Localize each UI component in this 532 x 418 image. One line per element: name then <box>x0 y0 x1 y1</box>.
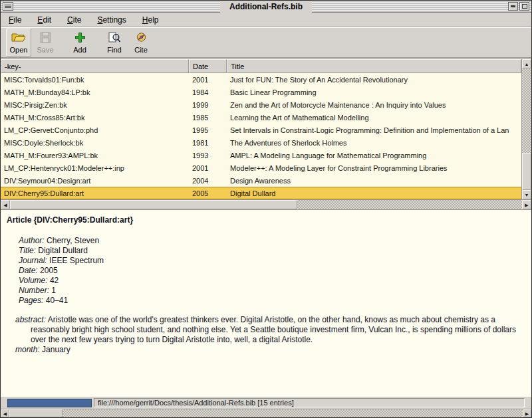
field-pages: Pages: 40–41 <box>1 296 531 306</box>
field-label: Date: <box>19 266 38 275</box>
scroll-left-button[interactable]: ◀ <box>1 200 10 209</box>
bottom-scrollbar-trough[interactable] <box>63 409 523 417</box>
vertical-scrollbar-trough[interactable] <box>522 68 531 190</box>
window-title: Additional-Refs.bib <box>220 1 312 13</box>
field-label: Journal: <box>19 256 47 265</box>
add-button[interactable]: Add <box>67 29 92 56</box>
table-header: -key- Date Title <box>1 59 521 73</box>
save-button[interactable]: Save <box>33 29 58 56</box>
key-cell: DIV:Seymour04:Design:art <box>1 177 189 185</box>
field-value: 42 <box>50 276 59 285</box>
down-arrow-icon: ▼ <box>525 193 529 197</box>
window-menu-icon[interactable] <box>3 2 13 11</box>
key-cell: LM_CP:Gervet:Conjunto:phd <box>1 126 189 134</box>
date-cell: 1985 <box>189 114 227 122</box>
cite-stamp-icon <box>135 32 148 45</box>
scroll-up-button[interactable]: ▲ <box>522 59 531 68</box>
date-cell: 1984 <box>189 88 227 96</box>
minimize-button[interactable] <box>508 2 518 11</box>
menu-cite[interactable]: Cite <box>67 15 81 25</box>
table-row[interactable]: MATH_M:Cross85:Art:bk 1985 Learning the … <box>1 111 521 124</box>
field-label: abstract: <box>15 315 46 324</box>
menu-edit[interactable]: Edit <box>37 15 51 25</box>
key-cell: MATH_M:Fourer93:AMPL:bk <box>1 152 189 159</box>
find-button[interactable]: Find <box>102 29 127 56</box>
table-row[interactable]: MISC:Torvalds01:Fun:bk 2001 Just for FUN… <box>1 73 521 86</box>
title-cell: Just for FUN: The Story of An Accidental… <box>227 76 521 84</box>
table-row-selected[interactable]: DIV:Cherry95:Dullard:art 2005 Digital Du… <box>1 187 521 199</box>
key-cell: MISC:Torvalds01:Fun:bk <box>1 76 189 84</box>
menu-help[interactable]: Help <box>142 15 159 25</box>
maximize-button[interactable] <box>519 2 529 11</box>
key-cell: DIV:Cherry95:Dullard:art <box>1 189 189 197</box>
table-row[interactable]: LM_CP:Gervet:Conjunto:phd 1995 Set Inter… <box>1 124 521 136</box>
date-cell: 2004 <box>189 177 227 185</box>
field-number: Number: 1 <box>1 286 531 296</box>
scroll-down-button[interactable]: ▼ <box>522 190 531 199</box>
statusbar: file:///home/gerrit/Docs/thesis/Addition… <box>1 397 531 409</box>
table-row[interactable]: DIV:Seymour04:Design:art 2004 Design Awa… <box>1 174 521 187</box>
scroll-left-button[interactable]: ◀ <box>1 409 9 417</box>
column-header-date[interactable]: Date <box>189 59 227 73</box>
column-header-title[interactable]: Title <box>227 59 521 73</box>
entry-heading: Article {DIV:Cherry95:Dullard:art} <box>1 215 531 225</box>
menu-settings[interactable]: Settings <box>97 15 126 25</box>
key-cell: MISC:Pirsig:Zen:bk <box>1 101 189 109</box>
maximize-icon <box>522 4 527 9</box>
title-cell: Digital Dullard <box>227 189 521 197</box>
title-cell: Basic Linear Programming <box>227 88 521 96</box>
field-month: month: January <box>1 345 531 355</box>
key-cell: LM_CP:Hentenryck01:Modeler++:inp <box>1 164 189 172</box>
table-row[interactable]: MISC:Doyle:Sherlock:bk 1981 The Adventur… <box>1 136 521 149</box>
table-body: MISC:Torvalds01:Fun:bk 2001 Just for FUN… <box>1 73 521 199</box>
scroll-right-button[interactable]: ▶ <box>523 409 531 417</box>
horizontal-scrollbar-trough[interactable] <box>297 200 522 209</box>
field-label: Number: <box>19 286 49 295</box>
table-row[interactable]: MATH_M:Fourer93:AMPL:bk 1993 AMPL: A Mod… <box>1 149 521 161</box>
field-value: 1 <box>51 286 56 295</box>
titlebar[interactable]: Additional-Refs.bib <box>1 1 531 13</box>
vertical-scrollbar[interactable]: ▲ ▼ <box>521 59 531 199</box>
key-cell: MISC:Doyle:Sherlock:bk <box>1 139 189 147</box>
progress-indicator <box>7 399 92 407</box>
table-row[interactable]: LM_CP:Hentenryck01:Modeler++:inp 2001 Mo… <box>1 161 521 174</box>
field-label: Volume: <box>19 276 48 285</box>
horizontal-scrollbar-thumb[interactable] <box>10 200 297 209</box>
field-value: 2005 <box>40 266 58 275</box>
menu-file[interactable]: File <box>9 15 21 25</box>
table-horizontal-scrollbar[interactable]: ◀ ▶ <box>1 199 531 209</box>
add-button-label: Add <box>73 46 86 54</box>
title-cell: Set Intervals in Constraint-Logic Progra… <box>227 126 521 134</box>
minimize-icon <box>511 5 515 7</box>
key-cell: MATH_M:Bunday84:LP:bk <box>1 88 189 96</box>
table-row[interactable]: MISC:Pirsig:Zen:bk 1999 Zen and the Art … <box>1 98 521 111</box>
abstract-text: Aristotle was one of the world's greates… <box>31 315 516 344</box>
field-abstract: abstract: Aristotle was one of the world… <box>1 315 531 345</box>
left-arrow-icon: ◀ <box>3 203 7 207</box>
open-button-label: Open <box>10 46 28 54</box>
left-arrow-icon: ◀ <box>3 411 7 416</box>
bottom-horizontal-scrollbar[interactable]: ◀ ▶ <box>1 409 531 417</box>
scroll-right-button[interactable]: ▶ <box>522 200 531 209</box>
date-cell: 1995 <box>189 126 227 134</box>
cite-button[interactable]: Cite <box>128 29 154 56</box>
vertical-scrollbar-thumb[interactable] <box>522 153 531 190</box>
field-label: month: <box>15 345 40 354</box>
bottom-scrollbar-thumb[interactable] <box>9 409 63 417</box>
open-button[interactable]: Open <box>6 29 31 56</box>
open-folder-icon <box>11 32 26 45</box>
title-cell: AMPL: A Modeling Language for Mathematic… <box>227 152 521 159</box>
date-cell: 1993 <box>189 152 227 159</box>
right-arrow-icon: ▶ <box>525 203 528 207</box>
app-window: Additional-Refs.bib File Edit Cite Setti… <box>0 0 532 418</box>
add-plus-icon <box>74 32 86 45</box>
field-label: Author: <box>19 236 45 245</box>
field-label: Pages: <box>19 296 43 305</box>
title-cell: The Adventures of Sherlock Holmes <box>227 139 521 147</box>
table-row[interactable]: MATH_M:Bunday84:LP:bk 1984 Basic Linear … <box>1 86 521 98</box>
title-cell: Learning the Art of Mathematical Modelli… <box>227 114 521 122</box>
find-button-label: Find <box>107 46 121 54</box>
field-label: Title: <box>19 246 36 255</box>
field-journal: Journal: IEEE Spectrum <box>1 256 531 266</box>
column-header-key[interactable]: -key- <box>1 59 189 73</box>
